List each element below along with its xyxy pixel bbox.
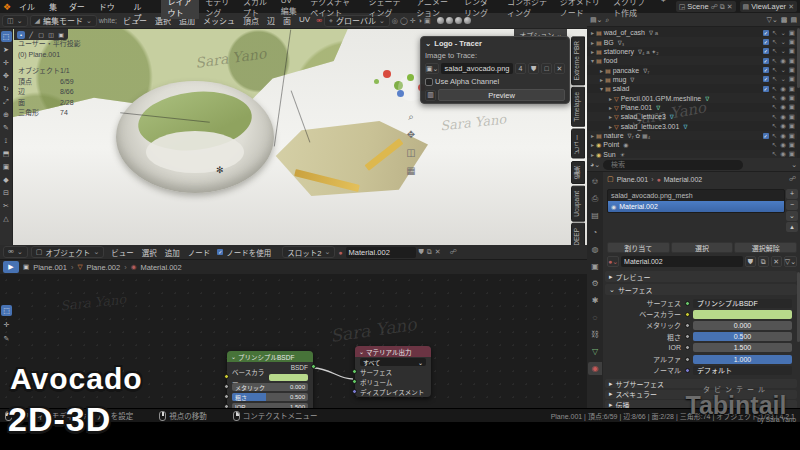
outliner-item-Point[interactable]: ▸◉Point◉↖◉▣ <box>587 140 797 149</box>
camera-visibility-icon[interactable]: ▣ <box>789 94 795 102</box>
unlink-icon[interactable]: ✕ <box>771 256 782 267</box>
menu-file[interactable]: ファイル <box>14 0 44 23</box>
material-name-field[interactable]: Material.002 <box>621 256 743 267</box>
collapse-arrow-icon[interactable]: ⌄ <box>231 353 236 360</box>
outliner-item-stationery[interactable]: ▸▤stationery∇₄ a ✦₂✓↖⌄▣ <box>587 47 797 56</box>
collapsed-arrow-icon[interactable]: ▸ <box>591 29 594 36</box>
green-sphere-object-small[interactable] <box>374 79 379 84</box>
open-file-icon[interactable]: □ <box>541 63 552 74</box>
collection-checkbox[interactable]: ✓ <box>763 76 769 82</box>
camera-visibility-icon[interactable]: ▣ <box>789 38 795 46</box>
particles-properties-tab[interactable]: ✱ <box>588 294 602 307</box>
sidebar-tab-3[interactable]: 編集 <box>571 161 585 184</box>
collapsed-arrow-icon[interactable]: ▸ <box>609 104 612 111</box>
active-tool-icon[interactable]: ▶ <box>3 261 19 273</box>
face-select-icon[interactable]: ▢ <box>37 31 45 39</box>
selectable-icon[interactable]: ↖ <box>772 66 777 74</box>
selectable-icon[interactable]: ↖ <box>772 75 777 83</box>
blender-logo-icon[interactable]: ❖ <box>3 2 11 12</box>
pin-icon[interactable]: ☍ <box>711 3 718 11</box>
pin-icon[interactable]: ☍ <box>450 248 457 256</box>
overlap-icon[interactable]: ▣ <box>57 31 65 39</box>
ortho-toggle-icon[interactable]: ▦ <box>403 163 419 179</box>
collapse-arrow-icon[interactable]: ⌄ <box>425 39 431 48</box>
world-properties-tab[interactable]: ◍ <box>588 243 602 256</box>
red-sphere-object[interactable] <box>383 70 391 78</box>
workspace-tab-4[interactable]: テクスチャペイント <box>304 0 362 19</box>
row-value-field[interactable]: 1.000 <box>693 355 792 364</box>
menu-render[interactable]: レンダー <box>64 0 94 23</box>
workspace-tab-0[interactable]: レイアウト <box>161 0 199 19</box>
bevel-tool-icon[interactable]: ◆ <box>1 174 12 185</box>
workspace-tab-2[interactable]: スカルプト <box>237 0 275 19</box>
bsdf-output-socket[interactable] <box>311 364 316 369</box>
fake-user-icon[interactable]: ⛊ <box>419 248 424 256</box>
viewport-3d[interactable]: ✻ ⌕ ✥ ◫ ▦ ⬚➤✛✥↻⤢⊕✎⟟⬒▣◆⊟✂△ • ╱ ▢ ◫ ▣ オプショ… <box>0 29 587 245</box>
outliner-item-nature[interactable]: ▸▤nature∇₇ ✿ ▦₄✓↖◉▣ <box>587 131 797 140</box>
scale-tool-icon[interactable]: ⤢ <box>1 96 12 107</box>
selectable-icon[interactable]: ↖ <box>772 122 777 130</box>
axis-z-handle[interactable] <box>397 90 404 97</box>
row-slider[interactable]: 粗さ0.500 <box>232 393 308 401</box>
loop-cut-tool-icon[interactable]: ⊟ <box>1 187 12 198</box>
node-menu-0[interactable]: ビュー <box>107 247 138 258</box>
chevron-down-icon[interactable]: ⌄ <box>791 161 797 169</box>
move-tool-icon[interactable]: ✥ <box>1 70 12 81</box>
camera-visibility-icon[interactable]: ▣ <box>789 66 795 74</box>
row-value-field[interactable]: プリンシプルBSDF <box>693 299 792 308</box>
workspace-tab-8[interactable]: コンポジティング <box>501 0 554 19</box>
options-icon[interactable]: ▤ <box>790 16 797 24</box>
row-value-field[interactable]: 0.500 <box>693 332 792 341</box>
outliner-item-food[interactable]: ▾▤food✓↖◉▣ <box>587 56 797 65</box>
output-properties-tab[interactable]: ⎙ <box>588 192 602 205</box>
collection-checkbox[interactable]: ✓ <box>763 30 769 36</box>
properties-editor[interactable]: ▢ Plane.001 › ● Material.002 ☍ salad_avo… <box>603 172 800 408</box>
fake-user-icon[interactable]: ⛊ <box>528 63 539 74</box>
collapsed-arrow-icon[interactable]: ▸ <box>591 151 594 158</box>
collapsed-arrow-icon[interactable]: ▸ <box>600 67 603 74</box>
scene-selector[interactable]: ◲ Scene ☍ ⧉ ✕ <box>676 1 736 12</box>
collapsed-arrow-icon[interactable]: ▸ <box>609 113 612 120</box>
row-value-field[interactable]: 0.000 <box>693 321 792 330</box>
camera-visibility-icon[interactable]: ▣ <box>789 132 795 140</box>
workspace-tab-11[interactable]: + <box>655 0 672 19</box>
camera-visibility-icon[interactable]: ▣ <box>789 29 795 37</box>
selectable-icon[interactable]: ↖ <box>772 150 777 158</box>
xray-icon[interactable]: ◫ <box>47 31 55 39</box>
row-value-field[interactable]: 1.500 <box>693 343 792 352</box>
browse-material-icon[interactable]: ●⌄ <box>607 256 619 267</box>
outliner-item-wad_of_cash[interactable]: ▸▤wad_of_cash∇ a✓↖⌄▣ <box>587 28 797 37</box>
outliner-item-Plane.001[interactable]: ▸▽Plane.001∇↖◉▣ <box>587 103 797 112</box>
assign-button[interactable]: 割り当て <box>607 242 670 253</box>
input-socket[interactable] <box>352 379 357 384</box>
selectable-icon[interactable]: ↖ <box>772 57 777 65</box>
breadcrumb-item[interactable]: Plane.001 <box>33 263 67 272</box>
data-properties-tab[interactable]: ▽ <box>588 345 602 358</box>
properties-search-input[interactable] <box>603 160 743 170</box>
workspace-tab-5[interactable]: シェーディング <box>362 0 410 19</box>
viewlayer-properties-tab[interactable]: ▤ <box>588 209 602 222</box>
camera-visibility-icon[interactable]: ▣ <box>789 85 795 93</box>
eye-closed-icon[interactable]: ⌄ <box>780 47 785 55</box>
workspace-tab-9[interactable]: ジオメトリノード <box>554 0 607 19</box>
expanded-arrow-icon[interactable]: ▾ <box>591 57 594 64</box>
expanded-arrow-icon[interactable]: ▾ <box>600 85 603 92</box>
input-socket[interactable] <box>224 384 229 389</box>
camera-visibility-icon[interactable]: ▣ <box>789 150 795 158</box>
collapsed-arrow-icon[interactable]: ▸ <box>591 141 594 148</box>
new-collection-icon[interactable]: ▩ <box>781 16 788 24</box>
extrude-tool-icon[interactable]: ⬒ <box>1 148 12 159</box>
breadcrumb-item[interactable]: Material.002 <box>140 263 181 272</box>
eye-open-icon[interactable]: ◉ <box>780 141 786 149</box>
sidebar-tab-5[interactable]: DEEP <box>571 223 585 245</box>
eye-open-icon[interactable]: ◉ <box>780 57 786 65</box>
collapsed-arrow-icon[interactable]: ▸ <box>591 132 594 139</box>
outliner-item-salad_lettuce3.001[interactable]: ▸▽salad_lettuce3.001∇↖◉▣ <box>587 122 797 131</box>
annotate-tool-icon[interactable]: ✎ <box>1 333 12 344</box>
vertex-select-icon[interactable]: • <box>17 31 25 39</box>
node-menu-2[interactable]: 追加 <box>161 247 184 258</box>
close-icon[interactable]: ✕ <box>727 3 733 11</box>
collapsed-arrow-icon[interactable]: ▸ <box>600 76 603 83</box>
material-slot-0[interactable]: salad_avocado.png_mesh <box>608 190 784 201</box>
eye-open-icon[interactable]: ◉ <box>780 113 786 121</box>
